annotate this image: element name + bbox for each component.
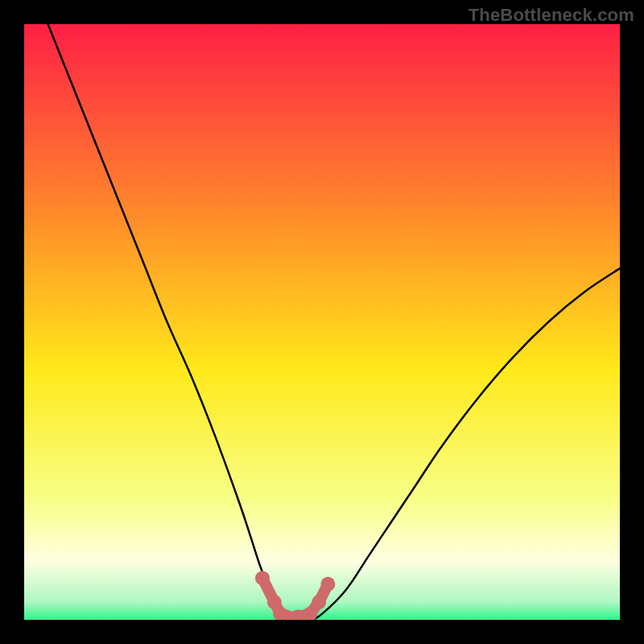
chart-stage: TheBottleneck.com <box>0 0 644 644</box>
plot-area <box>24 24 620 620</box>
watermark-text: TheBottleneck.com <box>469 5 634 26</box>
marker-dot <box>303 607 317 621</box>
marker-dot <box>312 595 326 609</box>
marker-dot <box>320 577 335 592</box>
marker-dot <box>255 571 270 585</box>
bottleneck-chart <box>0 0 644 644</box>
